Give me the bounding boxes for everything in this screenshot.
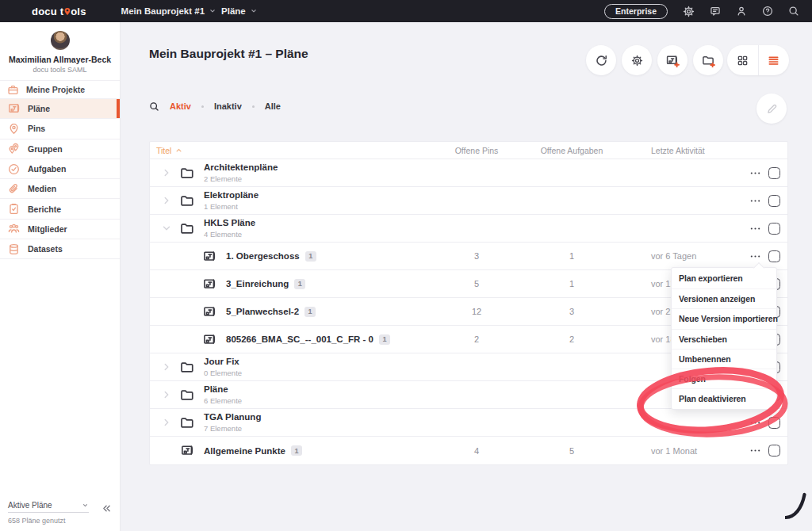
breadcrumb-label: Pläne xyxy=(221,6,246,16)
sidebar-item-gruppen[interactable]: Gruppen xyxy=(0,139,120,159)
folder-icon xyxy=(178,221,196,235)
context-menu-item[interactable]: Neue Version importieren xyxy=(672,308,776,328)
sidebar-item-pins[interactable]: Pins xyxy=(0,119,120,139)
context-menu-item[interactable]: Umbenennen xyxy=(672,349,776,369)
chevron-right-icon[interactable] xyxy=(159,361,174,372)
filter-aktiv[interactable]: Aktiv xyxy=(170,101,191,111)
sidebar-item-label: Meine Projekte xyxy=(26,85,85,94)
version-badge: 1 xyxy=(305,251,316,262)
sidebar-item-datasets[interactable]: Datasets xyxy=(0,239,120,259)
row-title-cell: TGA Planung 7 Elemente xyxy=(204,412,433,433)
row-menu-button[interactable] xyxy=(749,223,761,235)
plan-filter-label: Aktive Pläne xyxy=(8,501,52,510)
filter-inaktiv[interactable]: Inaktiv xyxy=(214,101,242,111)
messages-button[interactable] xyxy=(710,6,721,17)
row-menu-button[interactable] xyxy=(749,167,761,179)
docutools-logo[interactable]: docu tols xyxy=(32,6,86,17)
row-title: Pläne xyxy=(204,384,228,394)
grid-view-button[interactable] xyxy=(727,45,759,75)
row-menu-button[interactable] xyxy=(749,195,761,207)
chevron-down-icon xyxy=(209,7,216,15)
search-button[interactable] xyxy=(788,6,799,17)
plan-filter-select[interactable]: Aktive Pläne xyxy=(8,501,89,513)
row-title: 3_Einreichung xyxy=(226,279,289,288)
context-menu-item[interactable]: Verschieben xyxy=(672,329,776,349)
sidebar: Maximilian Allmayer-Beck docu tools SAML… xyxy=(0,22,121,531)
breadcrumb-item[interactable]: Mein Bauprojekt #1 xyxy=(121,6,216,16)
row-menu-button[interactable] xyxy=(749,417,761,429)
chevron-right-icon[interactable] xyxy=(159,195,174,206)
person-icon xyxy=(736,6,747,17)
row-checkbox[interactable] xyxy=(768,223,780,235)
row-title: HKLS Pläne xyxy=(204,218,255,227)
row-checkbox[interactable] xyxy=(768,445,780,457)
list-view-button[interactable] xyxy=(759,45,790,75)
row-menu-button[interactable] xyxy=(749,250,761,262)
plan-icon xyxy=(201,333,218,346)
refresh-button[interactable] xyxy=(586,45,616,75)
row-menu-button[interactable] xyxy=(749,445,761,457)
column-header-titel[interactable]: Titel xyxy=(150,146,433,155)
sidebar-item-aufgaben[interactable]: Aufgaben xyxy=(0,159,120,179)
row-checkbox[interactable] xyxy=(768,195,780,207)
settings-button[interactable] xyxy=(683,6,695,17)
row-checkbox[interactable] xyxy=(768,250,780,262)
column-header-offene-aufgaben[interactable]: Offene Aufgaben xyxy=(520,146,623,155)
row-checkbox[interactable] xyxy=(768,167,780,179)
sidebar-item-label: Aufgaben xyxy=(28,164,66,174)
row-open-pins: 3 xyxy=(433,251,520,261)
sidebar-collapse-button[interactable] xyxy=(100,502,113,515)
row-title: TGA Planung xyxy=(204,412,261,422)
context-menu-item[interactable]: Plan deaktivieren xyxy=(672,388,776,408)
top-bar: docu tols Mein Bauprojekt #1 Pläne Enter… xyxy=(0,0,812,22)
chevron-right-icon[interactable] xyxy=(159,417,174,428)
plan-icon xyxy=(201,250,218,263)
breadcrumb-item[interactable]: Pläne xyxy=(221,6,258,16)
table-row[interactable]: Architektenpläne 2 Elemente xyxy=(150,159,787,187)
sidebar-item-berichte[interactable]: Berichte xyxy=(0,199,120,219)
row-title-cell: 805266_BMA_SC_--_001_C_FR - 01 xyxy=(226,334,433,345)
add-plan-button[interactable] xyxy=(657,45,688,75)
context-menu-item[interactable]: Versionen anzeigen xyxy=(672,288,776,308)
row-title: Architektenpläne xyxy=(204,162,278,172)
column-label: Titel xyxy=(156,146,171,155)
row-title: Elektropläne xyxy=(204,190,259,200)
chevron-down-icon[interactable] xyxy=(159,223,174,234)
sidebar-item-pl-ne[interactable]: Pläne xyxy=(0,99,120,119)
table-row[interactable]: Allgemeine Punkte1 4 5 vor 1 Monat xyxy=(150,437,787,464)
column-header-letzte-aktivitaet[interactable]: Letzte Aktivität xyxy=(623,146,738,155)
sidebar-item-label: Mitglieder xyxy=(28,224,67,234)
check-circle-icon xyxy=(7,163,21,175)
chevron-right-icon[interactable] xyxy=(159,167,174,178)
briefcase-icon xyxy=(7,84,19,96)
sidebar-item-mitglieder[interactable]: Mitglieder xyxy=(0,220,120,239)
row-title-cell: Elektropläne 1 Element xyxy=(204,190,433,211)
folder-icon xyxy=(178,388,196,402)
column-header-offene-pins[interactable]: Offene Pins xyxy=(433,146,520,155)
search-icon[interactable] xyxy=(149,101,159,112)
edit-button[interactable] xyxy=(756,94,787,124)
table-row[interactable]: HKLS Pläne 4 Elemente xyxy=(150,215,787,243)
row-controls xyxy=(738,195,787,207)
enterprise-button[interactable]: Enterprise xyxy=(604,4,668,19)
group-pins-icon xyxy=(7,143,21,155)
table-row[interactable]: 1. Obergeschoss1 3 1 vor 6 Tagen xyxy=(150,243,787,270)
version-badge: 1 xyxy=(379,334,390,345)
help-button[interactable] xyxy=(762,6,773,17)
row-checkbox[interactable] xyxy=(768,417,780,429)
sidebar-item-medien[interactable]: Medien xyxy=(0,179,120,199)
plan-settings-button[interactable] xyxy=(622,45,652,75)
sidebar-item-label: Berichte xyxy=(28,204,61,214)
context-menu-item[interactable]: Folgen xyxy=(672,369,776,388)
sidebar-item-label: Medien xyxy=(28,184,56,193)
add-folder-button[interactable] xyxy=(693,45,723,75)
avatar[interactable] xyxy=(51,31,70,50)
table-row[interactable]: Elektropläne 1 Element xyxy=(150,187,787,215)
chevron-right-icon[interactable] xyxy=(159,389,174,400)
table-row[interactable]: TGA Planung 7 Elemente xyxy=(150,409,787,437)
sidebar-item-meine-projekte[interactable]: Meine Projekte xyxy=(0,81,120,99)
row-title-cell: Architektenpläne 2 Elemente xyxy=(204,162,433,183)
version-badge: 1 xyxy=(291,445,302,456)
account-button[interactable] xyxy=(736,6,747,17)
filter-alle[interactable]: Alle xyxy=(265,101,281,111)
